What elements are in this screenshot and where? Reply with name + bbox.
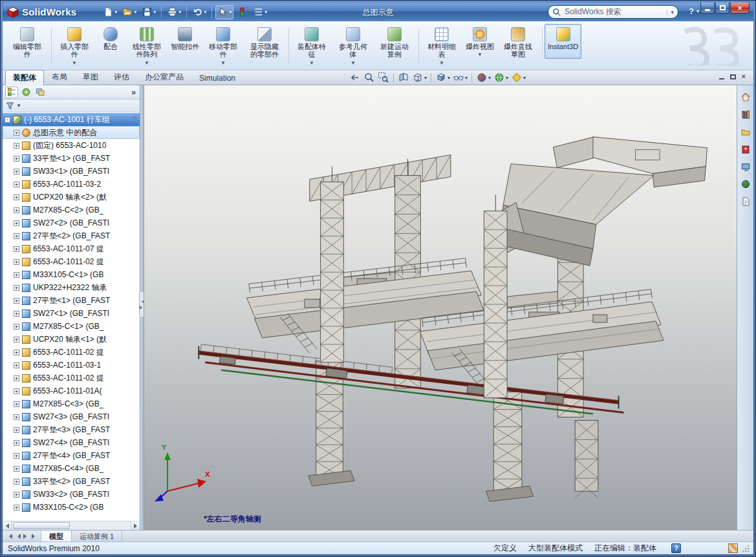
scroll-right-button[interactable] <box>131 521 140 530</box>
tab-featuremanager[interactable] <box>5 87 18 98</box>
ribbon-button[interactable]: 爆炸视图 ▼ <box>462 24 497 59</box>
ribbon-button[interactable]: 新建运动算例 <box>374 24 415 67</box>
tree-item[interactable]: + SW27<4> (GB_FASTI <box>3 436 140 449</box>
ribbon-tab[interactable]: 办公室产品 <box>137 69 191 85</box>
expand-toggle[interactable]: + <box>14 207 19 213</box>
expand-toggle[interactable]: + <box>14 466 19 472</box>
zoom-fit-icon[interactable] <box>363 72 376 83</box>
print-button[interactable]: ▾ <box>165 5 183 19</box>
tree-item[interactable]: + M33X105-C<2> (GB <box>3 501 140 514</box>
help-button[interactable]: ?▾ <box>689 6 699 16</box>
expand-toggle[interactable]: + <box>14 156 19 162</box>
ribbon-tab[interactable]: 评估 <box>106 69 137 85</box>
custom-properties-icon[interactable] <box>739 195 752 208</box>
tree-item[interactable]: + 6553-AC-1011-02 提 <box>3 346 140 359</box>
expand-toggle[interactable]: + <box>14 182 19 187</box>
expand-toggle[interactable]: + <box>14 143 19 149</box>
dropdown-arrow-icon[interactable]: ▾ <box>114 9 117 15</box>
document-tab[interactable]: 模型 <box>41 531 72 541</box>
tree-item[interactable]: + 6553-AC-1011-03-2 <box>3 178 140 191</box>
prev-tab-button[interactable] <box>14 534 21 539</box>
expand-toggle[interactable]: + <box>14 363 19 368</box>
expand-toggle[interactable]: + <box>14 375 19 381</box>
expand-toggle[interactable]: + <box>14 220 19 226</box>
ribbon-tab[interactable]: 草图 <box>75 69 106 85</box>
rebuild-button[interactable] <box>235 5 250 19</box>
ribbon-tab[interactable]: Simulation <box>191 71 243 85</box>
panel-more-button[interactable]: » <box>131 88 137 97</box>
expand-toggle[interactable]: + <box>14 169 19 174</box>
ribbon-button[interactable]: 参考几何体 ▼ <box>332 24 374 67</box>
tree-item[interactable]: + M33X105-C<1> (GB <box>3 268 140 281</box>
tree-item[interactable]: + SW33<2> (GB_FASTI <box>3 488 140 501</box>
dropdown-arrow-icon[interactable]: ▾ <box>134 9 136 15</box>
apply-scene-icon[interactable]: ▾ <box>493 72 509 83</box>
expand-toggle[interactable]: + <box>14 298 19 304</box>
tree-item[interactable]: + 27平垫<3> (GB_FAST <box>3 423 140 436</box>
tree-filter-bar[interactable]: ▼ <box>3 100 140 112</box>
expand-toggle[interactable]: + <box>14 492 19 498</box>
expand-toggle[interactable]: + <box>14 246 19 252</box>
tree-item[interactable]: + SW27<2> (GB_FASTI <box>3 216 140 229</box>
select-tool-button[interactable]: ▾ <box>215 5 233 19</box>
tab-configurationmanager[interactable] <box>34 87 47 98</box>
expand-toggle[interactable]: + <box>14 427 19 433</box>
tree-item[interactable]: + SW33<1> (GB_FASTI <box>3 165 140 178</box>
ribbon-button[interactable]: Instant3D <box>545 24 581 59</box>
ribbon-button[interactable]: 配合 <box>95 24 126 59</box>
expand-toggle[interactable]: + <box>14 272 19 278</box>
last-tab-button[interactable] <box>30 534 38 539</box>
expand-toggle[interactable]: + <box>14 414 19 420</box>
ribbon-button[interactable]: 编辑零部件 <box>6 24 48 67</box>
ribbon-button[interactable]: 材料明细表 ▼ <box>421 24 462 67</box>
dropdown-arrow-icon[interactable]: ▾ <box>697 8 699 14</box>
tree-item[interactable]: + 27平垫<2> (GB_FAST <box>3 229 140 242</box>
ribbon-button[interactable]: 智能扣件 <box>167 24 202 59</box>
minimize-button[interactable] <box>700 3 715 14</box>
dropdown-arrow-icon[interactable]: ▾ <box>265 9 267 15</box>
restore-button[interactable] <box>715 3 729 14</box>
tree-item[interactable]: + M27X85-C<2> (GB_ <box>3 204 140 216</box>
next-tab-button[interactable] <box>22 534 30 539</box>
ribbon-tab[interactable]: 装配体 <box>5 70 44 85</box>
dropdown-arrow-icon[interactable]: ▾ <box>204 9 206 15</box>
search-box[interactable]: SolidWorks 搜索 ▾ <box>548 5 678 19</box>
expand-toggle[interactable]: + <box>14 233 19 239</box>
expand-toggle[interactable]: + <box>14 388 19 394</box>
tree-scroll-up-icon[interactable] <box>132 115 137 119</box>
ribbon-button[interactable]: 装配体特征 ▼ <box>291 24 332 67</box>
tree-item[interactable]: + UCPX20 轴承<2> (默 <box>3 191 140 204</box>
panel-horizontal-scrollbar[interactable] <box>3 521 140 530</box>
expand-toggle[interactable]: + <box>14 440 19 446</box>
tree-item[interactable]: + (固定) 6553-AC-1010 <box>3 139 140 152</box>
scroll-left-button[interactable] <box>3 521 12 530</box>
view-settings-icon[interactable]: ▾ <box>510 72 526 83</box>
dropdown-arrow-icon[interactable]: ▾ <box>178 9 181 15</box>
ribbon-button[interactable]: 移动零部件 ▼ <box>202 24 244 67</box>
expand-toggle[interactable]: + <box>14 311 19 317</box>
new-document-button[interactable]: ▾ <box>101 5 119 19</box>
display-style-icon[interactable]: ▾ <box>435 72 451 83</box>
doc-restore-icon[interactable] <box>730 74 736 79</box>
expand-toggle[interactable]: + <box>14 401 19 407</box>
expand-toggle[interactable]: + <box>14 453 19 459</box>
tree-item[interactable]: + 6553-AC-1011-07 提 <box>3 242 140 255</box>
tab-propertymanager[interactable] <box>19 87 32 98</box>
tree-item[interactable]: + SW27<3> (GB_FASTI <box>3 410 140 423</box>
quick-tips-icon[interactable] <box>728 543 738 553</box>
first-tab-button[interactable] <box>5 534 13 539</box>
ribbon-button[interactable]: 插入零部件 ▼ <box>54 24 95 67</box>
options-button[interactable]: ▾ <box>251 5 269 19</box>
expand-toggle[interactable]: + <box>14 324 19 330</box>
resize-grip[interactable] <box>741 544 750 552</box>
previous-view-icon[interactable] <box>349 72 362 83</box>
close-button[interactable]: × <box>730 3 750 14</box>
expand-toggle[interactable]: + <box>14 479 19 485</box>
expand-toggle[interactable]: + <box>14 505 19 510</box>
tree-item[interactable]: + M27X85-C<1> (GB_ <box>3 320 140 333</box>
scrollbar-thumb[interactable] <box>13 522 70 529</box>
expand-toggle[interactable]: - <box>5 117 10 123</box>
tree-item[interactable]: + 6553-AC-1011-02 提 <box>3 372 140 384</box>
ribbon-tab[interactable]: 布局 <box>44 69 75 85</box>
document-tab[interactable]: 运动算例 1 <box>72 531 122 541</box>
